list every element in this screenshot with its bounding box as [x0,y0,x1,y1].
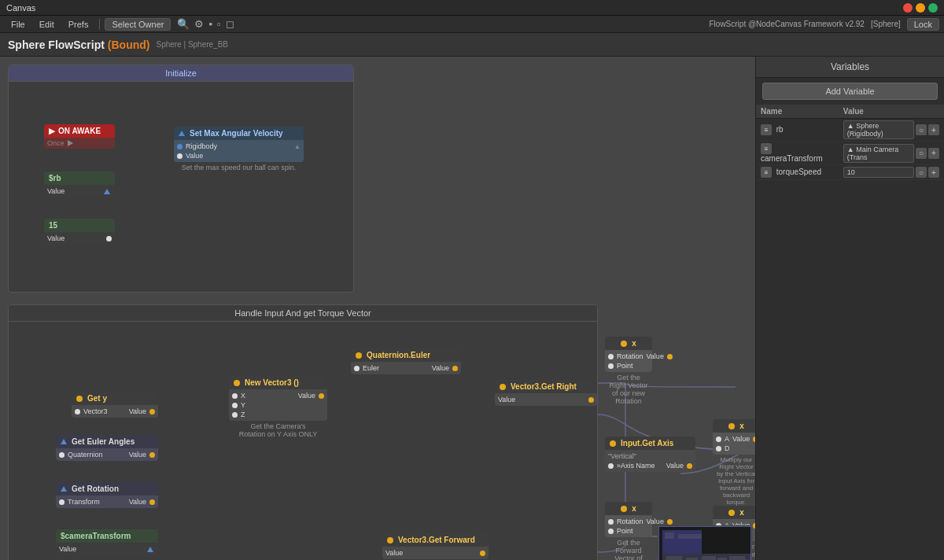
var-name-rb: ≡ rb [756,119,839,142]
get-y-node[interactable]: Get y Vector3 Value [72,392,158,418]
layout1-icon[interactable]: ▪ [208,18,212,30]
vector3-get-forward-header: Vector3.Get Forward [382,533,489,547]
menu-file[interactable]: File [5,18,31,31]
main-area: Initialize ▶ ON AWAKE Once [0,57,944,560]
multiply-label1: Multiply our Right Vector by the Vertica… [713,455,755,507]
rotation-transform: Transform Value [59,497,155,507]
camera-transform-node[interactable]: $cameraTransform Value [56,529,158,555]
breadcrumb: Sphere | Sphere_BB [156,40,228,49]
input-axis-header: Input.Get Axis [605,437,695,450]
on-awake-node[interactable]: ▶ ON AWAKE Once [44,124,115,149]
get-rotation-node[interactable]: Get Rotation Transform Value [56,482,158,508]
var-value-rb-cell: ▲ Sphere (Rigidbody) ○ + [843,120,939,139]
euler-port: Euler Value [354,363,458,373]
menu-prefs[interactable]: Prefs [62,18,95,31]
search-icon[interactable]: 🔍 [177,18,190,30]
new-vector3-label: Get the Camera'sRotation on Y Axis ONLY [229,421,327,440]
vector3-get-forward-node[interactable]: Vector3.Get Forward Value [382,533,489,559]
set-max-angular-node[interactable]: Set Max Angular Velocity Rigidbody ▲ Val… [174,127,304,173]
menu-edit[interactable]: Edit [33,18,61,31]
v3-x: X Value [232,391,324,400]
set-max-angular-header: Set Max Angular Velocity [174,127,304,140]
var-type-rb: ≡ [761,124,772,135]
rb-header: $rb [44,171,115,185]
input-vertical-label: "Vertical" [608,451,692,461]
input-axis-name: »Axis Name Value [608,461,692,470]
menubar: File Edit Prefs Select Owner 🔍 ⚙ ▪ ▫ ◻ F… [0,16,944,33]
select-owner-button[interactable]: Select Owner [105,18,171,31]
col-name: Name [756,105,839,119]
var-value-camera: ▲ Main Camera (Trans [843,144,914,163]
canvas-area[interactable]: Initialize ▶ ON AWAKE Once [0,57,755,560]
x3-point: Point [608,526,649,536]
maximize-button[interactable] [928,3,938,13]
variables-panel: Variables Add Variable Name Value ≡ rb [755,57,944,560]
x1-point: Point [608,361,649,370]
once-label: Once [47,139,112,147]
add-variable-button[interactable]: Add Variable [762,83,938,100]
fifteen-node[interactable]: 15 Value [44,219,115,245]
port-rigidbody: Rigidbody ▲ [177,142,301,151]
col-value: Value [839,105,944,119]
var-type-torque: ≡ [761,167,772,178]
vector3-get-right-node[interactable]: Vector3.Get Right Value [495,380,597,406]
title-text: Canvas [6,3,35,13]
minimap-canvas [658,526,751,560]
variables-title: Variables [756,57,944,78]
get-y-vector3: Vector3 Value [75,407,155,416]
get-euler-header: Get Euler Angles [56,435,158,448]
fifteen-value-port: Value [47,234,112,243]
var-row-torque: ≡ torqueSpeed 10 ○ + [756,165,944,180]
settings-icon[interactable]: ⚙ [194,18,204,30]
forward-value: Value [385,548,485,558]
get-y-header: Get y [72,392,158,405]
layout2-icon[interactable]: ▫ [217,18,221,30]
var-value-camera-cell: ▲ Main Camera (Trans ○ + [843,144,939,163]
port-value-setmax: Value [177,151,301,160]
on-awake-header: ▶ ON AWAKE [44,124,115,138]
x2-a: A Value [716,434,755,444]
rb-value-port: Value [47,186,112,196]
var-camera-btn2[interactable]: + [928,148,939,159]
var-name-torque: ≡ torqueSpeed [756,165,839,180]
lock-button[interactable]: Lock [907,18,939,31]
page-title: Sphere FlowScript (Bound) [8,39,149,51]
var-torque-btn2[interactable]: + [928,167,939,178]
op-x2-node[interactable]: x A Value D Multiply our Right Vector by… [713,419,755,507]
titlebar: Canvas [0,0,944,16]
new-vector3-node[interactable]: New Vector3 () X Value Y Z [229,376,327,440]
close-button[interactable] [903,3,913,13]
var-row-rb: ≡ rb ▲ Sphere (Rigidbody) ○ + [756,119,944,142]
op-x1-node[interactable]: x Rotation Value Point Get the Right Vec… [605,337,652,407]
new-vector3-header: New Vector3 () [229,376,327,389]
minimize-button[interactable] [916,3,925,13]
quaternion-euler-node[interactable]: Quaternion.Euler Euler Value [351,348,461,374]
x1-rotation: Rotation Value [608,352,649,361]
v3-y: Y [232,400,324,410]
window-controls [903,3,938,13]
var-value-torque: 10 [843,167,914,178]
var-rb-btn1[interactable]: ○ [916,124,927,135]
op-x3-node[interactable]: x Rotation Value Point Get the Forward V… [605,502,652,560]
var-value-rb: ▲ Sphere (Rigidbody) [843,120,914,139]
var-rb-btn2[interactable]: + [928,124,939,135]
euler-quaternion: Quaternion Value [59,450,155,459]
x2-d: D [716,444,755,453]
rb-node[interactable]: $rb Value [44,171,115,197]
camera-transform-header: $cameraTransform [56,529,158,543]
handle-title: Handle Input And get Torque Vector [9,305,597,322]
layout3-icon[interactable]: ◻ [226,18,234,30]
camera-value: Value [59,544,155,554]
var-value-torque-cell: 10 ○ + [843,167,939,178]
op-x3-header: x [605,502,652,515]
var-name-camera: ≡ cameraTransform [756,142,839,165]
set-max-label: Set the max speed our ball can spin. [174,162,304,173]
vector3-get-right-header: Vector3.Get Right [495,380,597,393]
var-torque-btn1[interactable]: ○ [916,167,927,178]
sphere-label: [Sphere] [871,20,901,28]
v3-z: Z [232,410,324,419]
get-euler-node[interactable]: Get Euler Angles Quaternion Value [56,435,158,461]
var-camera-btn1[interactable]: ○ [916,148,927,159]
input-get-axis-node[interactable]: Input.Get Axis "Vertical" »Axis Name Val… [605,437,695,472]
initialize-title: Initialize [9,65,353,82]
